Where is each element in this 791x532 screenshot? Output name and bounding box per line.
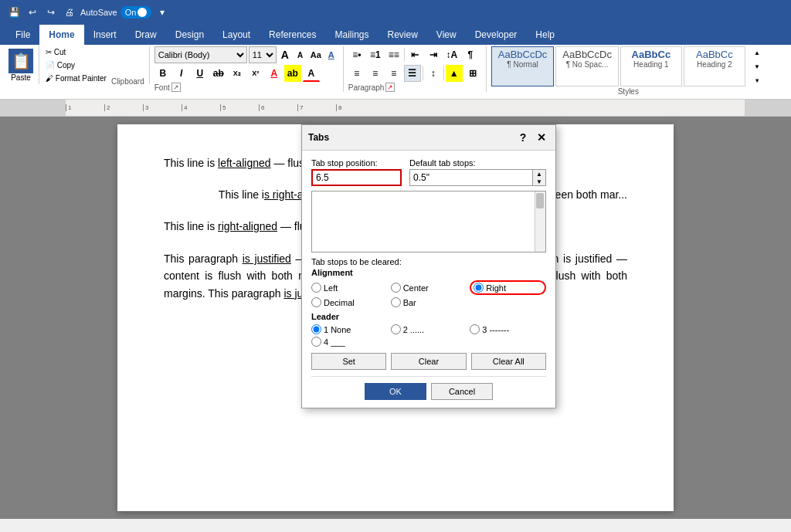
ok-button[interactable]: OK (365, 383, 426, 400)
font-color-button[interactable]: A (303, 65, 320, 82)
tab-draw[interactable]: Draw (126, 25, 166, 45)
change-case-button[interactable]: Aa (309, 48, 323, 62)
styles-scroll-up[interactable]: ▲ (749, 46, 766, 59)
borders-button[interactable]: ⊞ (464, 65, 481, 82)
align-decimal-option[interactable]: Decimal (311, 297, 388, 307)
leader-3-option[interactable]: 3 ------- (470, 324, 546, 334)
align-decimal-radio[interactable] (311, 297, 321, 307)
tab-stops-list[interactable] (311, 191, 546, 252)
tab-developer[interactable]: Developer (466, 25, 527, 45)
list-scrollbar (535, 191, 545, 252)
highlight-button[interactable]: ab (284, 65, 301, 82)
style-heading2[interactable]: AaBbCc Heading 2 (684, 46, 745, 86)
font-grow-button[interactable]: A (278, 48, 292, 62)
align-bar-radio[interactable] (391, 297, 401, 307)
superscript-button[interactable]: X² (247, 65, 264, 82)
tab-layout[interactable]: Layout (213, 25, 260, 45)
style-no-spacing[interactable]: AaBbCcDc ¶ No Spac... (555, 46, 619, 86)
italic-button[interactable]: I (173, 65, 190, 82)
leader-1-radio[interactable] (311, 324, 321, 334)
ruler: 1 2 3 4 5 6 7 8 (0, 100, 791, 117)
font-shrink-button[interactable]: A (294, 48, 307, 62)
dialog-help-button[interactable]: ? (515, 130, 531, 145)
align-bar-option[interactable]: Bar (391, 297, 467, 307)
sort-button[interactable]: ↕A (443, 46, 460, 63)
tab-references[interactable]: References (260, 25, 325, 45)
align-center-radio[interactable] (391, 283, 401, 293)
style-heading1[interactable]: AaBbCc Heading 1 (620, 46, 682, 86)
leader-3-radio[interactable] (470, 324, 480, 334)
leader-1-option[interactable]: 1 None (311, 324, 388, 334)
cut-button[interactable]: ✂ Cut (42, 46, 110, 58)
ribbon-tabs: File Home Insert Draw Design Layout Refe… (0, 25, 791, 45)
style-normal-preview: AaBbCcDc (498, 49, 548, 60)
increase-indent-button[interactable]: ⇥ (425, 46, 442, 63)
paste-button[interactable]: 📋 Paste (3, 46, 39, 84)
align-center-button[interactable]: ≡ (367, 65, 384, 82)
show-formatting-button[interactable]: ¶ (462, 46, 479, 63)
tab-stop-position-col: Tab stop position: (311, 158, 402, 186)
numbering-button[interactable]: ≡1 (367, 46, 384, 63)
font-expand-icon[interactable]: ↗ (171, 83, 181, 92)
default-tab-value-input[interactable] (410, 170, 532, 185)
justify-button[interactable]: ☰ (404, 65, 421, 82)
tab-home[interactable]: Home (39, 25, 83, 45)
tab-help[interactable]: Help (526, 25, 564, 45)
align-right-radio[interactable] (474, 283, 484, 293)
align-left-radio[interactable] (311, 283, 321, 293)
bullets-button[interactable]: ≡• (348, 46, 365, 63)
customize-qat-icon[interactable]: ▾ (154, 5, 170, 20)
tab-stop-position-input[interactable] (311, 169, 402, 186)
align-right-option[interactable]: Right (470, 280, 546, 295)
subscript-button[interactable]: X₂ (229, 65, 246, 82)
spin-down-button[interactable]: ▼ (533, 178, 545, 185)
styles-scroll-down[interactable]: ▼ (749, 60, 766, 73)
para-expand-icon[interactable]: ↗ (385, 83, 395, 92)
dialog-title-bar: Tabs ? ✕ (302, 125, 555, 151)
paragraph-group: ≡• ≡1 ≡≡ ⇤ ⇥ ↕A ¶ ≡ ≡ ≡ ☰ ↕ ▲ ⊞ Paragrap… (348, 46, 487, 92)
style-no-spacing-label: ¶ No Spac... (562, 60, 612, 69)
style-normal[interactable]: AaBbCcDc ¶ Normal (491, 46, 555, 86)
bold-button[interactable]: B (154, 65, 171, 82)
font-family-selector[interactable]: Calibri (Body) (154, 46, 247, 63)
copy-button[interactable]: 📄 Copy (42, 59, 110, 71)
tab-insert[interactable]: Insert (84, 25, 126, 45)
font-size-selector[interactable]: 11 (249, 46, 277, 63)
tab-view[interactable]: View (427, 25, 466, 45)
text-color-button[interactable]: A (266, 65, 283, 82)
cancel-button[interactable]: Cancel (431, 383, 493, 400)
tab-design[interactable]: Design (166, 25, 213, 45)
clear-all-button[interactable]: Clear All (471, 353, 546, 370)
leader-2-radio[interactable] (391, 324, 401, 334)
clipboard-sub: ✂ Cut 📄 Copy 🖌 Format Painter (39, 46, 110, 84)
styles-more[interactable]: ▾ (749, 74, 766, 86)
leader-2-option[interactable]: 2 ...... (391, 324, 467, 334)
set-button[interactable]: Set (311, 353, 386, 370)
tab-file[interactable]: File (6, 25, 39, 45)
print-icon[interactable]: 🖨 (62, 5, 77, 20)
line-spacing-button[interactable]: ↕ (425, 65, 442, 82)
save-icon[interactable]: 💾 (6, 5, 22, 20)
dialog-close-button[interactable]: ✕ (534, 130, 549, 145)
align-right-button[interactable]: ≡ (385, 65, 402, 82)
align-left-option[interactable]: Left (311, 280, 388, 295)
format-painter-button[interactable]: 🖌 Format Painter (42, 73, 110, 84)
multilevel-list-button[interactable]: ≡≡ (385, 46, 402, 63)
shading-button[interactable]: ▲ (446, 65, 463, 82)
redo-icon[interactable]: ↪ (43, 5, 59, 20)
leader-4-radio[interactable] (311, 337, 321, 347)
decrease-indent-button[interactable]: ⇤ (406, 46, 423, 63)
align-left-button[interactable]: ≡ (348, 65, 365, 82)
spin-up-button[interactable]: ▲ (533, 170, 545, 178)
leader-4-option[interactable]: 4 ___ (311, 337, 388, 347)
tab-mailings[interactable]: Mailings (325, 25, 378, 45)
document-area: This line is left-aligned — flush with t… (0, 117, 791, 519)
clear-button[interactable]: Clear (391, 353, 466, 370)
align-center-option[interactable]: Center (391, 280, 467, 295)
tab-review[interactable]: Review (379, 25, 427, 45)
underline-button[interactable]: U (192, 65, 209, 82)
undo-icon[interactable]: ↩ (25, 5, 40, 20)
autosave-toggle[interactable]: On (121, 6, 152, 19)
text-effects-button[interactable]: A (324, 48, 338, 62)
strikethrough-button[interactable]: ab (210, 65, 227, 82)
